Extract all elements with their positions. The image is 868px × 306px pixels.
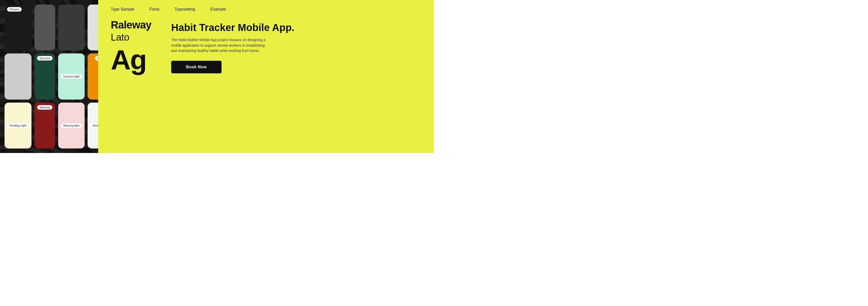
swatch-success-light-label: Success-light	[61, 74, 82, 79]
app-preview-section: Habit Tracker Mobile App. The Habit Buil…	[171, 19, 427, 145]
swatch-warning-light: Warning-light	[58, 103, 85, 148]
swatch-pending: Pending	[88, 53, 98, 99]
swatches-grid: Primary Success Success-light Pending Pe…	[0, 0, 98, 153]
font-name-bold: Raleway	[111, 19, 161, 31]
nav-example[interactable]: Example	[210, 7, 226, 11]
app-title: Habit Tracker Mobile App.	[171, 22, 427, 33]
swatch-primary-label: Primary	[7, 7, 22, 11]
swatch-success-light: Success-light	[58, 53, 85, 99]
font-name-light: Lato	[111, 32, 161, 44]
swatch-warning: Warning	[34, 103, 55, 148]
app-description: The Habit Builder Mobile App project foc…	[171, 37, 267, 54]
swatch-primary: Primary	[4, 4, 31, 50]
right-panel: Type Sample Fonts Typesetting Example Ra…	[98, 0, 434, 153]
nav-fonts[interactable]: Fonts	[149, 7, 159, 11]
typography-section: Raleway Lato Ag	[111, 19, 161, 145]
nav-bar: Type Sample Fonts Typesetting Example	[98, 0, 434, 17]
swatch-dark-gray	[34, 4, 55, 50]
swatch-light-gray-mid	[4, 53, 31, 99]
swatch-pending-light: Pending -light	[4, 103, 31, 148]
swatch-background-label: Background	[90, 123, 98, 128]
swatch-medium-gray	[58, 4, 85, 50]
book-now-button[interactable]: Book Now	[171, 61, 221, 73]
swatch-success: Success	[34, 53, 55, 99]
content-area: Raleway Lato Ag Habit Tracker Mobile App…	[98, 17, 434, 153]
swatch-pending-label: Pending	[95, 56, 98, 60]
swatch-background: Background	[88, 103, 98, 148]
swatch-success-label: Success	[37, 56, 53, 60]
nav-type-sample[interactable]: Type Sample	[111, 7, 134, 11]
font-sample-chars: Ag	[111, 46, 161, 74]
swatch-warning-light-label: Warning-light	[61, 123, 82, 128]
swatch-warning-label: Warning	[37, 105, 53, 110]
color-swatches-panel: Primary Success Success-light Pending Pe…	[0, 0, 98, 153]
nav-typesetting[interactable]: Typesetting	[175, 7, 195, 11]
swatch-light-gray-top	[88, 4, 98, 50]
swatch-pending-light-label: Pending -light	[7, 123, 29, 128]
